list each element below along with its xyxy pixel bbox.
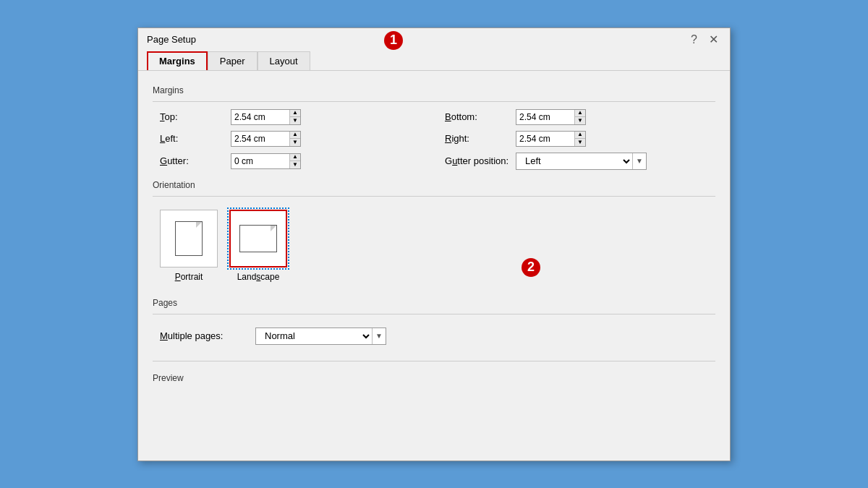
gutter-spinbox[interactable]: ▲ ▼ <box>231 153 301 169</box>
multiple-pages-arrow: ▼ <box>372 328 386 344</box>
preview-section-title: Preview <box>153 373 715 383</box>
pages-section-title: Pages <box>153 298 715 308</box>
orientation-options: Portrait Landscape <box>153 204 715 288</box>
landscape-label: Landscape <box>237 272 280 282</box>
portrait-page-icon <box>175 221 203 256</box>
bottom-field-row: Bottom: ▲ ▼ <box>445 109 708 125</box>
close-button[interactable]: ✕ <box>706 34 721 46</box>
page-setup-dialog: 1 Page Setup ? ✕ Margins Paper Layout Ma… <box>137 27 731 461</box>
right-field-row: Right: ▲ ▼ <box>445 131 708 147</box>
left-down-btn[interactable]: ▼ <box>290 139 300 146</box>
gutter-field-row: Gutter: ▲ ▼ <box>160 153 423 170</box>
left-label: Left: <box>160 133 225 144</box>
multiple-pages-dropdown[interactable]: Normal Mirror margins 2 pages per sheet … <box>255 328 386 345</box>
right-spinbox[interactable]: ▲ ▼ <box>516 131 586 147</box>
orientation-section: Orientation Portrait Landscape <box>153 180 715 288</box>
left-spinbox[interactable]: ▲ ▼ <box>231 131 301 147</box>
bottom-up-btn[interactable]: ▲ <box>575 110 585 118</box>
margins-section-title: Margins <box>153 85 715 95</box>
bottom-spinbox[interactable]: ▲ ▼ <box>516 109 586 125</box>
right-down-btn[interactable]: ▼ <box>575 139 585 146</box>
tab-paper[interactable]: Paper <box>208 51 258 70</box>
gutter-pos-select[interactable]: Left Top <box>516 153 632 169</box>
top-spinbox[interactable]: ▲ ▼ <box>231 109 301 125</box>
title-actions: ? ✕ <box>688 34 721 46</box>
right-input[interactable] <box>516 132 574 146</box>
multiple-pages-select[interactable]: Normal Mirror margins 2 pages per sheet … <box>256 328 372 344</box>
top-up-btn[interactable]: ▲ <box>290 110 300 118</box>
title-bar: Page Setup ? ✕ <box>138 28 730 46</box>
right-up-btn[interactable]: ▲ <box>575 132 585 140</box>
gutter-down-btn[interactable]: ▼ <box>290 161 300 168</box>
gutter-label: Gutter: <box>160 155 225 166</box>
bottom-label: Bottom: <box>445 111 510 122</box>
gutter-up-btn[interactable]: ▲ <box>290 154 300 162</box>
bottom-input[interactable] <box>516 110 574 124</box>
tab-bar: Margins Paper Layout <box>138 46 730 71</box>
bottom-down-btn[interactable]: ▼ <box>575 117 585 124</box>
preview-section: Preview <box>153 361 715 383</box>
margins-grid: Top: ▲ ▼ Bottom: ▲ <box>153 109 715 170</box>
gutter-pos-arrow: ▼ <box>632 153 646 169</box>
pages-row: Multiple pages: Normal Mirror margins 2 … <box>153 322 715 351</box>
tab-layout[interactable]: Layout <box>258 51 310 70</box>
portrait-label: Portrait <box>175 272 203 282</box>
right-label: Right: <box>445 133 510 144</box>
top-down-btn[interactable]: ▼ <box>290 117 300 124</box>
top-field-row: Top: ▲ ▼ <box>160 109 423 125</box>
landscape-icon-box[interactable] <box>229 210 287 267</box>
gutter-pos-dropdown[interactable]: Left Top ▼ <box>516 153 647 170</box>
landscape-page-icon <box>239 225 277 252</box>
landscape-option[interactable]: Landscape <box>229 210 287 282</box>
portrait-icon-box[interactable] <box>160 210 218 267</box>
top-input[interactable] <box>231 110 289 124</box>
left-input[interactable] <box>231 132 289 146</box>
step-badge-1: 1 <box>384 31 403 50</box>
top-label: Top: <box>160 111 225 122</box>
margins-section: Margins Top: ▲ ▼ Bottom: <box>153 85 715 170</box>
orientation-section-title: Orientation <box>153 180 715 190</box>
pages-section: Pages Multiple pages: Normal Mirror marg… <box>153 298 715 351</box>
gutter-input[interactable] <box>231 154 289 168</box>
help-button[interactable]: ? <box>688 34 700 46</box>
step-badge-2: 2 <box>522 258 540 277</box>
gutter-pos-label: Gutter position: <box>445 155 510 166</box>
portrait-option[interactable]: Portrait <box>160 210 218 282</box>
left-up-btn[interactable]: ▲ <box>290 132 300 140</box>
dialog-title: Page Setup <box>147 34 196 45</box>
dialog-body: Margins Top: ▲ ▼ Bottom: <box>138 71 730 398</box>
multiple-pages-label: Multiple pages: <box>160 330 247 341</box>
gutter-pos-field-row: Gutter position: Left Top ▼ <box>445 153 708 170</box>
left-field-row: Left: ▲ ▼ <box>160 131 423 147</box>
tab-margins[interactable]: Margins <box>147 51 208 70</box>
